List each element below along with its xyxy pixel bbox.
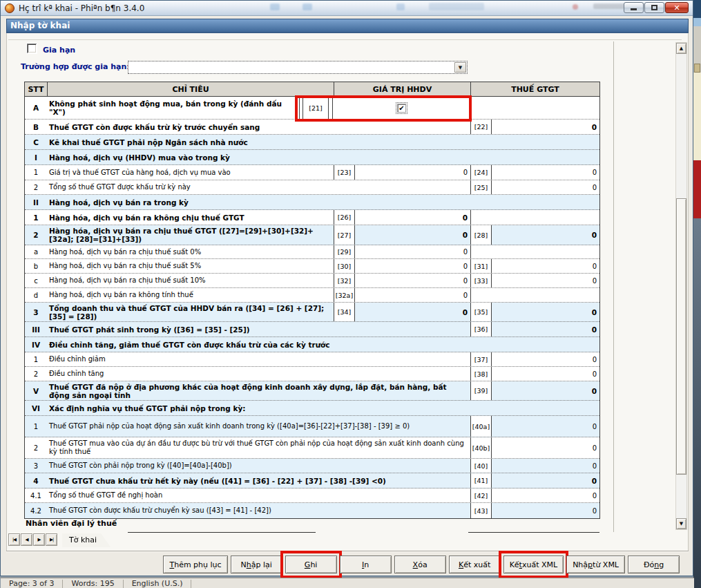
indicator-code: [23] <box>334 165 355 180</box>
row-stt: B <box>25 120 47 134</box>
background-window-edge-bottom <box>693 218 701 588</box>
table-row-c: cHàng hoá, dịch vụ bán ra chịu thuế suất… <box>25 274 599 288</box>
value-field[interactable]: 0 <box>355 274 470 287</box>
value-field[interactable]: 0 <box>492 180 599 194</box>
value-field[interactable]: 0 <box>355 245 470 258</box>
value-field[interactable]: 0 <box>492 503 599 518</box>
table-row-d: dHàng hoá, dịch vụ bán ra không tính thu… <box>25 288 599 303</box>
value-field[interactable]: 0 <box>355 288 470 302</box>
divider <box>8 39 682 40</box>
value-field[interactable]: 0 <box>492 459 599 473</box>
button-kết-xuất-xml[interactable]: Kết xuất XML <box>503 556 564 573</box>
tab-to-khai[interactable]: Tờ khai <box>62 533 111 547</box>
table-row-4.2: 4.2Thuế GTGT còn được khấu trừ chuyển kỳ… <box>25 503 599 518</box>
value-region-right: [42]0 <box>470 489 599 502</box>
table-row-C: CKê khai thuế GTGT phải nộp Ngân sách nh… <box>25 135 599 150</box>
minimize-button[interactable] <box>624 2 644 13</box>
indicator-code: [32] <box>334 274 355 287</box>
header-gia-tri-hhdv: GIÁ TRỊ HHDV <box>334 82 470 96</box>
value-field[interactable]: 0 <box>492 352 599 366</box>
row-stt: c <box>25 274 47 287</box>
row-label: Điều chỉnh tăng <box>47 367 470 381</box>
value-field[interactable]: 0 <box>492 274 599 287</box>
button-kết-xuất[interactable]: Kết xuất <box>449 556 501 573</box>
desktop: Hç trî kª khai - Phiªn b¶n 3.4.0 ✕ Nhập … <box>0 0 701 588</box>
value-field[interactable]: 0 <box>355 210 470 225</box>
value-field[interactable]: 0 <box>492 303 599 321</box>
value-field[interactable]: 0 <box>355 165 470 180</box>
button-nhập-lại[interactable]: Nhập lại <box>231 556 282 573</box>
button-in[interactable]: In <box>340 556 392 573</box>
minimize-icon <box>631 8 637 10</box>
indicator-code: [30] <box>334 259 355 273</box>
row-stt: A <box>25 97 47 119</box>
value-field[interactable]: 0 <box>492 225 599 245</box>
tab-nav-prev-button[interactable]: ◀ <box>21 533 32 546</box>
indicator-code: [28] <box>471 225 492 245</box>
value-field[interactable]: 0 <box>492 259 599 273</box>
row-label: Hàng hóa, dịch vụ bán ra không chịu thuế… <box>47 210 334 225</box>
value-field[interactable]: 0 <box>492 489 599 502</box>
indicator-code: [27] <box>334 225 355 245</box>
tax-agent-staff-field[interactable] <box>128 520 316 533</box>
row-stt: d <box>25 288 47 302</box>
value-field[interactable]: 0 <box>492 437 599 458</box>
button-xóa[interactable]: Xóa <box>394 556 446 573</box>
scroll-down-icon[interactable]: ▼ <box>676 518 686 529</box>
extension-case-dropdown[interactable]: ▼ <box>128 61 468 74</box>
chevron-down-icon[interactable]: ▼ <box>454 62 466 73</box>
table-row-VI: VIXác định nghĩa vụ thuế GTGT phải nộp t… <box>25 401 599 416</box>
empty-cell <box>470 288 599 302</box>
value-region-right: [41]0 <box>470 473 599 488</box>
value-field[interactable]: 0 <box>492 416 599 437</box>
row-label: Giá trị và thuế GTGT của hàng hoá, dịch … <box>47 165 334 180</box>
row-label: Thuế GTGT phải nộp của hoạt động sản xuấ… <box>47 416 470 437</box>
button-thêm-phụ-lục[interactable]: Thêm phụ lục <box>163 556 227 573</box>
value-field[interactable]: 0 <box>492 165 599 180</box>
window-title: Hç trî kª khai - Phiªn b¶n 3.4.0 <box>19 3 144 13</box>
status-segment: Page: 3 of 3 <box>1 579 62 588</box>
gia-han-checkbox[interactable] <box>26 43 37 54</box>
tab-nav-last-button[interactable]: ▶| <box>46 533 57 546</box>
value-field[interactable]: 0 <box>355 225 470 245</box>
table-rows: AKhông phát sinh hoạt động mua, bán tron… <box>25 97 599 518</box>
maximize-button[interactable] <box>644 2 664 13</box>
button-nhập-từ-xml[interactable]: Nhập từ XML <box>566 556 625 573</box>
close-button[interactable]: ✕ <box>665 2 689 13</box>
row-label: Xác định nghĩa vụ thuế GTGT phải nộp tro… <box>47 401 599 415</box>
indicator-code: [36] <box>471 322 492 336</box>
button-ghi[interactable]: Ghi <box>285 556 337 573</box>
row-stt: 4.2 <box>25 503 47 518</box>
indicator-code: [40] <box>471 459 492 473</box>
row-stt: III <box>25 322 47 336</box>
button-đóng[interactable]: Đóng <box>628 556 680 573</box>
row-label: Thuế GTGT đã nộp ở địa phương khác của h… <box>47 381 470 400</box>
value-region-right: [40]0 <box>470 459 599 473</box>
value-region-right: [22]0 <box>470 120 599 134</box>
row-label: Kê khai thuế GTGT phải nộp Ngân sách nhà… <box>47 135 599 149</box>
tab-nav-next-button[interactable]: ▶ <box>33 533 45 546</box>
background-window-fragment <box>396 3 405 10</box>
indicator-code: [40b] <box>471 437 492 458</box>
background-window-fragment <box>429 3 484 10</box>
row-label: Thuế GTGT chưa khấu trừ hết kỳ này (nếu … <box>47 473 470 488</box>
indicator-code: [32a] <box>334 288 355 302</box>
scrollbar-thumb[interactable] <box>676 198 686 475</box>
value-region-left: [29]0 <box>334 245 470 258</box>
value-region-left: [32a]0 <box>334 288 470 302</box>
value-field[interactable]: 0 <box>355 259 470 273</box>
tab-nav-first-button[interactable]: |◀ <box>8 533 20 546</box>
value-field[interactable]: 0 <box>355 303 470 321</box>
tax-agent-staff-field-2[interactable] <box>468 520 599 533</box>
row-stt: 1 <box>25 352 47 366</box>
value-field[interactable]: 0 <box>492 367 599 381</box>
row-stt: 3 <box>25 459 47 473</box>
scroll-up-icon[interactable]: ▲ <box>676 43 686 54</box>
value-field[interactable]: 0 <box>492 120 599 134</box>
vertical-scrollbar[interactable]: ▲ ▼ <box>675 42 687 530</box>
value-region-left: [30]0 <box>334 259 470 273</box>
table-row-2: 2Thuế GTGT mua vào của dự án đầu tư được… <box>25 437 599 459</box>
value-field[interactable]: 0 <box>492 473 599 488</box>
value-field[interactable]: 0 <box>492 381 599 400</box>
value-field[interactable]: 0 <box>492 322 599 336</box>
